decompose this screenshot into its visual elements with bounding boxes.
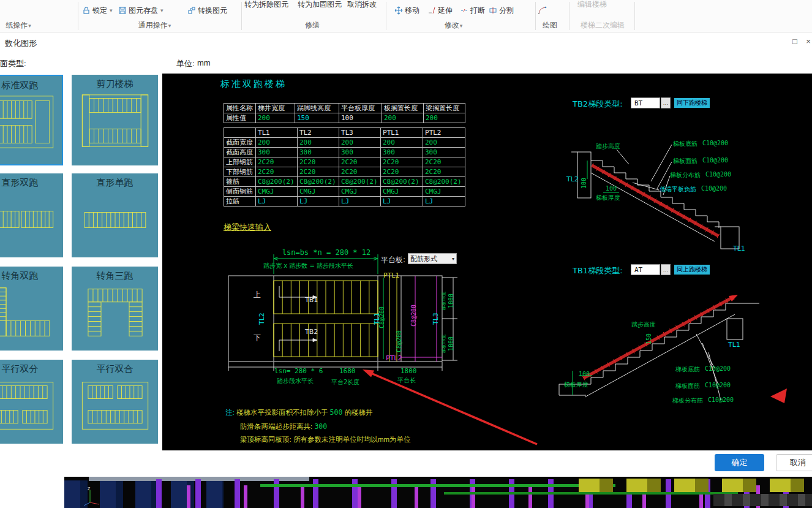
convert-element-button[interactable]: 转换图元	[187, 5, 227, 16]
attr-value-cell[interactable]: 150	[295, 113, 339, 123]
beam-value-cell[interactable]: LJ	[423, 197, 465, 207]
lock-button[interactable]: 锁定 ▾	[82, 5, 113, 16]
draw-arc-button[interactable]	[538, 5, 547, 16]
toolbar-group-modify[interactable]: 修改▾	[427, 20, 479, 30]
tb1-type-label: TB1梯段类型:	[573, 265, 623, 276]
toolbar-group-general[interactable]: 通用操作▾	[126, 20, 184, 30]
stair-type-card-double-run[interactable]: 标准双跑	[0, 75, 63, 165]
ok-button[interactable]: 确定	[715, 454, 764, 471]
attr-value-cell[interactable]: 200	[256, 113, 295, 123]
top-rebar-annotation: 梯板面筋C10@200	[675, 382, 731, 390]
maximize-button[interactable]: □	[790, 37, 800, 46]
tb2-more-button[interactable]: …	[661, 97, 671, 108]
convert-to-reinforce-button[interactable]: 转为加固图元	[298, 0, 342, 9]
bottom-rebar-annotation: 梯板底筋C10@200	[673, 140, 728, 148]
stair-type-card-parallel-split[interactable]: 平行双分	[0, 360, 63, 444]
dialog-meta-row: 面类型: 单位: mm	[0, 54, 812, 72]
beam-value-cell[interactable]: 300	[381, 148, 423, 157]
attr-value-cell[interactable]: 200	[382, 113, 424, 123]
split-button[interactable]: 分割	[489, 5, 514, 16]
stair-thumb-corner-double	[0, 284, 56, 341]
toolbar-group-paper[interactable]: 纸操作▾	[0, 20, 37, 30]
3d-yellow-blocks	[579, 479, 812, 492]
beam-value-cell[interactable]: 300	[423, 148, 465, 157]
dim-1000: 1000	[448, 294, 454, 308]
toolbar-divider	[241, 2, 242, 30]
tb1-more-button[interactable]: …	[661, 264, 671, 275]
tb2-same-as-down-button[interactable]: 同下跑楼梯	[674, 98, 710, 108]
beam-value-cell[interactable]: LJ	[256, 197, 298, 207]
convert-to-demolish-button[interactable]: 转为拆除图元	[244, 0, 288, 9]
cancel-modify-button[interactable]: 取消拆改	[347, 0, 377, 9]
break-button[interactable]: 打断	[460, 5, 485, 16]
beam-quick-input-link[interactable]: 梯梁快速输入	[224, 222, 271, 233]
platform2-length-label: 平台2长度	[331, 378, 359, 387]
beam-value-cell[interactable]: CMGJ	[256, 187, 298, 197]
toolbar-divider	[569, 2, 570, 30]
stair-type-card-parallel-merge[interactable]: 平行双合	[72, 360, 158, 444]
beam-value-cell[interactable]: 2C20	[298, 167, 339, 177]
beam-value-cell[interactable]: C8@200(2)	[339, 177, 381, 187]
beam-value-cell[interactable]: 200	[381, 138, 423, 148]
beam-value-cell[interactable]: 2C20	[256, 157, 298, 167]
chevron-down-icon: ▾	[28, 23, 31, 29]
attr-value-cell[interactable]: 100	[339, 113, 382, 123]
stair-type-card-straight-single[interactable]: 直形单跑	[72, 173, 158, 257]
beam-value-cell[interactable]: CMGJ	[423, 187, 465, 197]
beam-value-cell[interactable]: LJ	[298, 197, 339, 207]
beam-value-cell[interactable]: 300	[298, 148, 339, 157]
beam-value-cell[interactable]: C8@200(2)	[381, 177, 423, 187]
attr-value-cell[interactable]: 200	[424, 113, 465, 123]
extend-icon	[427, 6, 436, 15]
beam-value-cell[interactable]: 200	[423, 138, 465, 148]
toolbar-group-stair-edit[interactable]: 楼梯二次编辑	[571, 20, 634, 30]
stair-type-card-corner-triple[interactable]: 转角三跑	[72, 267, 158, 351]
beam-value-cell[interactable]: C8@200(2)	[298, 177, 339, 187]
beam-value-cell[interactable]: LJ	[339, 197, 381, 207]
beam-value-cell[interactable]: 2C20	[423, 167, 465, 177]
beam-value-cell[interactable]: 300	[256, 148, 298, 157]
beam-value-cell[interactable]: 200	[339, 138, 381, 148]
move-button[interactable]: 移动	[394, 5, 419, 16]
beam-value-cell[interactable]: 300	[339, 148, 381, 157]
stair-type-card-scissor[interactable]: 剪刀楼梯	[72, 75, 158, 165]
tb1-same-as-up-button[interactable]: 同上跑楼梯	[674, 265, 710, 275]
stair-thumb-corner-triple	[80, 284, 151, 341]
beam-value-cell[interactable]: 200	[256, 138, 298, 148]
beam-parameter-table[interactable]: TL1TL2TL3PTL1PTL2截面宽度200200200200200截面高度…	[224, 127, 465, 207]
beam-value-cell[interactable]: C8@200(2)	[423, 177, 465, 187]
beam-value-cell[interactable]: C8@200(2)	[256, 177, 298, 187]
beam-value-cell[interactable]: 2C20	[339, 157, 381, 167]
dialog-titlebar: 数化图形 □ ×	[0, 32, 812, 53]
cancel-button[interactable]: 取消	[776, 454, 812, 471]
beam-value-cell[interactable]: 2C20	[298, 157, 339, 167]
stair-type-card-straight-double[interactable]: 直形双跑	[0, 173, 63, 257]
stair-thumb-straight-single	[80, 191, 151, 248]
toolbar-group-draw[interactable]: 绘图	[532, 20, 568, 30]
slab-thickness-label: 梯板厚度	[564, 381, 588, 389]
rebar-form-select[interactable]: 配筋形式 ▾	[408, 253, 457, 264]
close-button[interactable]: ×	[803, 37, 812, 46]
beam-value-cell[interactable]: 2C20	[423, 157, 465, 167]
edit-stair-button[interactable]: 编辑楼梯	[577, 0, 607, 9]
run-length-formula-sub: 踏步宽 x 踏步数 = 踏步段水平长	[263, 262, 353, 270]
beam-value-cell[interactable]: CMGJ	[298, 187, 339, 197]
beam-value-cell[interactable]: CMGJ	[339, 187, 381, 197]
element-save-button[interactable]: 图元存盘 ▾	[118, 5, 164, 16]
draw-arc-icon	[538, 6, 547, 15]
beam-value-cell[interactable]: 2C20	[256, 167, 298, 177]
beam-value-cell[interactable]: LJ	[381, 197, 423, 207]
beam-value-cell[interactable]: 2C20	[339, 167, 381, 177]
stair-attribute-table[interactable]: 属性名称梯井宽度踢脚线高度平台板厚度板搁置长度梁搁置长度属性值200150100…	[224, 103, 465, 123]
tb2-type-input[interactable]: BT	[631, 97, 660, 108]
toolbar-group-repair[interactable]: 修缮	[294, 20, 331, 30]
beam-value-cell[interactable]: 2C20	[381, 157, 423, 167]
beam-value-cell[interactable]: 2C20	[381, 167, 423, 177]
beam-value-cell[interactable]: CMGJ	[381, 187, 423, 197]
tb2-type-label: TB2梯段类型:	[573, 99, 623, 110]
beam-value-cell[interactable]: 200	[298, 138, 339, 148]
extend-button[interactable]: 延伸	[427, 5, 453, 16]
3d-model-strip[interactable]: Z	[64, 477, 812, 508]
stair-type-card-corner-double[interactable]: 转角双跑	[0, 267, 63, 351]
tb1-type-input[interactable]: AT	[631, 264, 660, 275]
